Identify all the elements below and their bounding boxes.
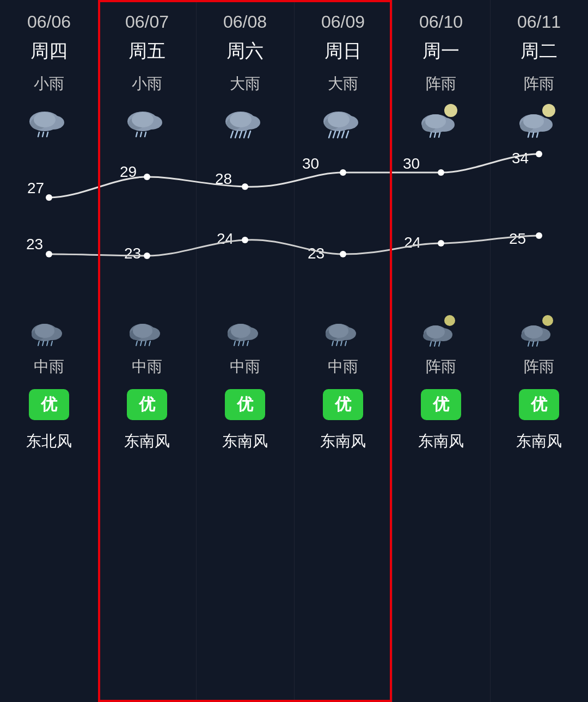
svg-line-21 [244,131,246,138]
svg-point-36 [425,114,446,128]
svg-point-57 [340,251,346,257]
weather-bottom-desc-1: 中雨 [98,354,196,379]
svg-line-18 [231,131,233,138]
svg-line-97 [430,342,431,346]
weekday-col-3: 周日 [294,36,392,72]
date-col-4: 06/10 [392,0,490,36]
svg-line-12 [140,132,142,137]
svg-line-39 [439,133,440,137]
svg-point-96 [426,325,445,338]
weekday-col-5: 周二 [490,36,588,72]
weather-bottom-desc-4: 阵雨 [392,354,490,379]
svg-point-44 [523,114,544,128]
svg-line-91 [345,341,346,346]
weather-icon-bottom-2 [196,314,294,347]
svg-point-32 [444,104,457,117]
svg-point-63 [35,324,54,338]
date-col-3: 06/09 [294,0,392,36]
svg-line-66 [47,341,48,346]
aqi-col-2: 优 [196,389,294,420]
svg-line-106 [532,342,534,346]
svg-line-30 [342,131,344,138]
date-col-0: 06/06 [0,0,98,36]
svg-line-81 [238,341,240,346]
svg-line-45 [528,133,529,137]
aqi-badge-1: 优 [127,389,167,420]
weather-icon-bottom-4 [392,314,490,347]
weather-top-desc-5: 阵雨 [490,72,588,95]
weather-bottom-desc-3: 中雨 [294,354,392,379]
weather-top-desc-3: 大雨 [294,72,392,95]
wind-col-0: 东北风 [0,429,98,463]
aqi-col-4: 优 [392,389,490,420]
svg-line-90 [341,341,342,346]
weekday-col-2: 周六 [196,36,294,72]
svg-point-79 [231,324,250,338]
date-col-1: 06/07 [98,0,196,36]
svg-line-64 [38,341,39,346]
svg-line-22 [248,131,250,138]
weather-icon-bottom-1 [98,314,196,347]
aqi-badge-3: 优 [323,389,363,420]
svg-line-72 [136,341,137,346]
svg-point-71 [133,324,152,338]
svg-line-99 [439,342,440,346]
svg-point-17 [230,112,252,127]
svg-line-88 [332,341,333,346]
weather-bottom-desc-0: 中雨 [0,354,98,379]
aqi-badge-4: 优 [421,389,461,420]
aqi-col-0: 优 [0,389,98,420]
svg-line-107 [537,342,538,346]
svg-point-56 [242,237,248,243]
svg-line-20 [240,131,242,138]
date-col-5: 06/11 [490,0,588,36]
svg-line-82 [243,341,244,346]
wind-col-1: 东南风 [98,429,196,463]
svg-line-19 [235,131,237,138]
svg-line-29 [338,131,340,138]
svg-point-104 [524,325,543,338]
aqi-col-1: 优 [98,389,196,420]
aqi-col-3: 优 [294,389,392,420]
weather-icon-bottom-5 [490,314,588,347]
weather-icon-top-4 [392,101,490,139]
svg-line-98 [434,342,436,346]
date-col-2: 06/08 [196,0,294,36]
svg-line-74 [145,341,146,346]
svg-line-11 [136,132,137,137]
svg-line-13 [145,132,146,137]
svg-line-31 [346,131,348,138]
svg-point-59 [536,232,542,239]
svg-line-5 [42,132,44,137]
svg-line-28 [333,131,335,138]
svg-line-65 [42,341,44,346]
wind-col-2: 东南风 [196,429,294,463]
weather-icon-top-0 [0,101,98,139]
svg-point-87 [329,324,348,338]
svg-line-75 [149,341,150,346]
svg-point-40 [542,104,555,117]
weather-icon-top-3 [294,101,392,139]
aqi-badge-5: 优 [519,389,559,420]
weather-bottom-desc-2: 中雨 [196,354,294,379]
svg-line-83 [247,341,248,346]
svg-line-89 [336,341,338,346]
svg-line-37 [430,133,431,137]
weather-icon-top-5 [490,101,588,139]
weather-top-desc-4: 阵雨 [392,72,490,95]
svg-line-80 [234,341,235,346]
weekday-col-1: 周五 [98,36,196,72]
weather-icon-top-2 [196,101,294,139]
svg-line-27 [329,131,331,138]
svg-point-3 [34,112,56,127]
svg-line-6 [47,132,48,137]
weather-top-desc-1: 小雨 [98,72,196,95]
svg-point-10 [132,112,154,127]
svg-point-54 [46,251,52,257]
svg-line-73 [140,341,142,346]
svg-line-38 [434,133,436,137]
svg-point-58 [438,240,444,247]
weather-top-desc-0: 小雨 [0,72,98,95]
weather-icon-bottom-0 [0,314,98,347]
aqi-col-5: 优 [490,389,588,420]
